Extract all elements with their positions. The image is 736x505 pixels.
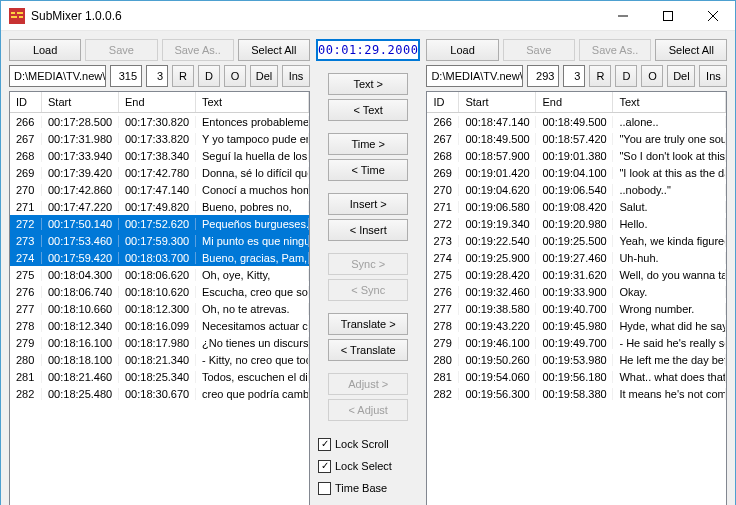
table-row[interactable]: 27900:18:16.10000:18:17.980¿No tienes un… [10,334,309,351]
right-path-field[interactable]: D:\MEDIA\TV.new\That [426,65,523,87]
table-row[interactable]: 26900:19:01.42000:19:04.100"I look at th… [427,164,726,181]
table-row[interactable]: 27500:19:28.42000:19:31.620Well, do you … [427,266,726,283]
sync-fwd-button[interactable]: Sync > [328,253,408,275]
time-fwd-button[interactable]: Time > [328,133,408,155]
right-o-button[interactable]: O [641,65,663,87]
timer-display: 00:01:29.2000 [316,39,420,61]
table-row[interactable]: 28100:18:21.46000:18:25.340Todos, escuch… [10,368,309,385]
sync-back-button[interactable]: < Sync [328,279,408,301]
right-count2-field[interactable]: 3 [563,65,585,87]
table-row[interactable]: 27800:18:12.34000:18:16.099Necesitamos a… [10,317,309,334]
left-saveas-button[interactable]: Save As.. [162,39,234,61]
svg-rect-6 [663,11,672,20]
table-row[interactable]: 27500:18:04.30000:18:06.620Oh, oye, Kitt… [10,266,309,283]
table-row[interactable]: 27200:19:19.34000:19:20.980Hello. [427,215,726,232]
table-row[interactable]: 27300:17:53.46000:17:59.300Mi punto es q… [10,232,309,249]
left-d-button[interactable]: D [198,65,220,87]
maximize-button[interactable] [645,1,690,30]
table-row[interactable]: 27100:19:06.58000:19:08.420Salut. [427,198,726,215]
right-ins-button[interactable]: Ins [699,65,727,87]
right-d-button[interactable]: D [615,65,637,87]
table-row[interactable]: 27800:19:43.22000:19:45.980Hyde, what di… [427,317,726,334]
left-table-body[interactable]: 26600:17:28.50000:17:30.820Entonces prob… [10,113,309,505]
left-count2-field[interactable]: 3 [146,65,168,87]
table-row[interactable]: 27900:19:46.10000:19:49.700- He said he'… [427,334,726,351]
table-row[interactable]: 27700:19:38.58000:19:40.700Wrong number. [427,300,726,317]
app-window: SubMixer 1.0.0.6 Load Save Save As.. Sel… [0,0,736,505]
table-row[interactable]: 27400:17:59.42000:18:03.700Bueno, gracia… [10,249,309,266]
time-base-checkbox[interactable]: Time Base [316,479,420,497]
table-row[interactable]: 28000:19:50.26000:19:53.980He left me th… [427,351,726,368]
table-row[interactable]: 26700:18:49.50000:18:57.420"You are trul… [427,130,726,147]
table-row[interactable]: 28200:19:56.30000:19:58.380It means he's… [427,385,726,402]
lock-select-checkbox[interactable]: Lock Select [316,457,420,475]
svg-rect-4 [19,16,23,18]
table-row[interactable]: 26800:18:57.90000:19:01.380"So I don't l… [427,147,726,164]
adjust-back-button[interactable]: < Adjust [328,399,408,421]
col-text[interactable]: Text [613,92,726,112]
left-ins-button[interactable]: Ins [282,65,310,87]
table-row[interactable]: 27000:19:04.62000:19:06.540..nobody.." [427,181,726,198]
app-icon [9,8,25,24]
checkbox-icon [318,460,331,473]
table-row[interactable]: 26700:17:31.98000:17:33.820Y yo tampoco … [10,130,309,147]
right-table[interactable]: ID Start End Text 26600:18:47.14000:18:4… [426,91,727,505]
table-row[interactable]: 27200:17:50.14000:17:52.620Pequeños burg… [10,215,309,232]
left-selectall-button[interactable]: Select All [238,39,310,61]
table-row[interactable]: 28000:18:18.10000:18:21.340- Kitty, no c… [10,351,309,368]
col-id[interactable]: ID [427,92,459,112]
left-table[interactable]: ID Start End Text 26600:17:28.50000:17:3… [9,91,310,505]
table-row[interactable]: 27700:18:10.66000:18:12.300Oh, no te atr… [10,300,309,317]
svg-rect-3 [11,16,17,18]
right-saveas-button[interactable]: Save As.. [579,39,651,61]
insert-back-button[interactable]: < Insert [328,219,408,241]
table-row[interactable]: 26600:17:28.50000:17:30.820Entonces prob… [10,113,309,130]
adjust-fwd-button[interactable]: Adjust > [328,373,408,395]
table-row[interactable]: 27100:17:47.22000:17:49.820Bueno, pobres… [10,198,309,215]
left-del-button[interactable]: Del [250,65,278,87]
left-o-button[interactable]: O [224,65,246,87]
app-body: Load Save Save As.. Select All D:\MEDIA\… [1,31,735,505]
time-back-button[interactable]: < Time [328,159,408,181]
left-count1-field[interactable]: 315 [110,65,142,87]
table-row[interactable]: 27300:19:22.54000:19:25.500Yeah, we kind… [427,232,726,249]
translate-fwd-button[interactable]: Translate > [328,313,408,335]
table-row[interactable]: 27400:19:25.90000:19:27.460Uh-huh. [427,249,726,266]
svg-rect-2 [17,12,23,14]
left-r-button[interactable]: R [172,65,194,87]
text-fwd-button[interactable]: Text > [328,73,408,95]
table-row[interactable]: 27600:18:06.74000:18:10.620Escucha, creo… [10,283,309,300]
col-id[interactable]: ID [10,92,42,112]
table-row[interactable]: 26600:18:47.14000:18:49.500..alone.. [427,113,726,130]
col-text[interactable]: Text [196,92,309,112]
col-end[interactable]: End [536,92,613,112]
col-end[interactable]: End [119,92,196,112]
col-start[interactable]: Start [42,92,119,112]
table-row[interactable]: 28200:18:25.48000:18:30.670creo que podr… [10,385,309,402]
right-load-button[interactable]: Load [426,39,498,61]
translate-back-button[interactable]: < Translate [328,339,408,361]
right-del-button[interactable]: Del [667,65,695,87]
left-path-field[interactable]: D:\MEDIA\TV.new\That 7 [9,65,106,87]
right-selectall-button[interactable]: Select All [655,39,727,61]
table-row[interactable]: 27000:17:42.86000:17:47.140Conocí a much… [10,181,309,198]
text-back-button[interactable]: < Text [328,99,408,121]
right-pane: Load Save Save As.. Select All D:\MEDIA\… [426,39,727,505]
close-button[interactable] [690,1,735,30]
right-save-button[interactable]: Save [503,39,575,61]
lock-scroll-checkbox[interactable]: Lock Scroll [316,435,420,453]
right-r-button[interactable]: R [589,65,611,87]
insert-fwd-button[interactable]: Insert > [328,193,408,215]
table-row[interactable]: 28100:19:54.06000:19:56.180What.. what d… [427,368,726,385]
table-row[interactable]: 27600:19:32.46000:19:33.900Okay. [427,283,726,300]
left-save-button[interactable]: Save [85,39,157,61]
right-count1-field[interactable]: 293 [527,65,559,87]
left-load-button[interactable]: Load [9,39,81,61]
titlebar: SubMixer 1.0.0.6 [1,1,735,31]
table-row[interactable]: 26800:17:33.94000:17:38.340Seguí la huel… [10,147,309,164]
left-pane: Load Save Save As.. Select All D:\MEDIA\… [9,39,310,505]
minimize-button[interactable] [600,1,645,30]
table-row[interactable]: 26900:17:39.42000:17:42.780Donna, sé lo … [10,164,309,181]
col-start[interactable]: Start [459,92,536,112]
right-table-body[interactable]: 26600:18:47.14000:18:49.500..alone..2670… [427,113,726,505]
